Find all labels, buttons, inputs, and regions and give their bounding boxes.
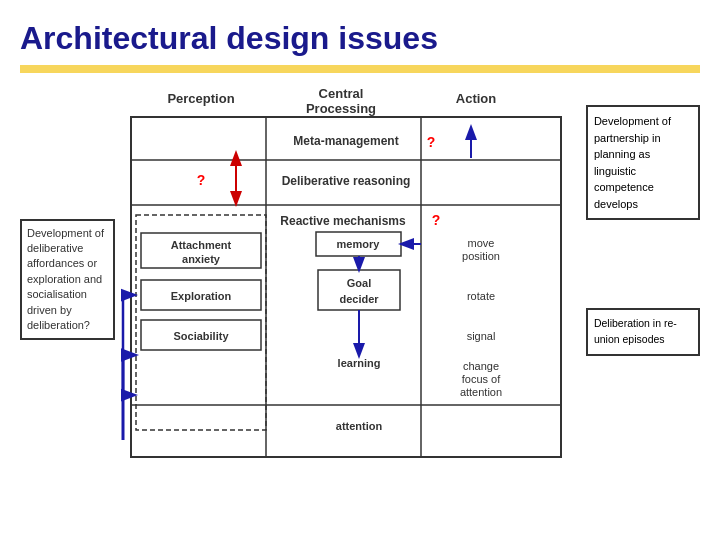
diagram-svg: Perception Central Processing Action Met… xyxy=(121,85,581,470)
svg-text:Deliberative reasoning: Deliberative reasoning xyxy=(282,174,411,188)
left-label: Development of deliberative affordances … xyxy=(20,85,121,474)
svg-text:Processing: Processing xyxy=(306,101,376,116)
action-label: Action xyxy=(456,91,497,106)
svg-text:Central: Central xyxy=(319,86,364,101)
perception-label: Perception xyxy=(167,91,234,106)
svg-text:Sociability: Sociability xyxy=(173,330,229,342)
svg-text:decider: decider xyxy=(339,293,379,305)
svg-text:anxiety: anxiety xyxy=(182,253,221,265)
svg-text:focus of: focus of xyxy=(462,373,501,385)
svg-text:signal: signal xyxy=(467,330,496,342)
svg-text:change: change xyxy=(463,360,499,372)
right-column: Development of partnership in planning a… xyxy=(581,85,700,474)
right-top-box: Development of partnership in planning a… xyxy=(586,105,700,220)
right-top-text: Development of partnership in planning a… xyxy=(594,115,671,210)
svg-text:?: ? xyxy=(427,134,436,150)
svg-text:learning: learning xyxy=(338,357,381,369)
svg-text:Attachment: Attachment xyxy=(171,239,232,251)
right-bottom-text: Deliberation in re-union episodes xyxy=(594,317,677,345)
svg-text:?: ? xyxy=(197,172,206,188)
diagram-area: Perception Central Processing Action Met… xyxy=(121,85,581,474)
svg-text:attention: attention xyxy=(460,386,502,398)
slide: Architectural design issues Development … xyxy=(0,0,720,540)
svg-text:rotate: rotate xyxy=(467,290,495,302)
svg-text:move: move xyxy=(467,237,494,249)
svg-text:Exploration: Exploration xyxy=(171,290,232,302)
svg-text:memory: memory xyxy=(337,238,381,250)
svg-text:Goal: Goal xyxy=(347,277,371,289)
svg-text:position: position xyxy=(462,250,500,262)
svg-text:Meta-management: Meta-management xyxy=(293,134,398,148)
main-content: Development of deliberative affordances … xyxy=(20,85,700,474)
svg-text:Reactive mechanisms: Reactive mechanisms xyxy=(280,214,406,228)
page-title: Architectural design issues xyxy=(20,20,700,57)
right-bottom-box: Deliberation in re-union episodes xyxy=(586,308,700,356)
svg-text:attention: attention xyxy=(336,420,383,432)
svg-text:?: ? xyxy=(432,212,441,228)
left-text: Development of deliberative affordances … xyxy=(20,219,115,341)
title-underline xyxy=(20,65,700,73)
